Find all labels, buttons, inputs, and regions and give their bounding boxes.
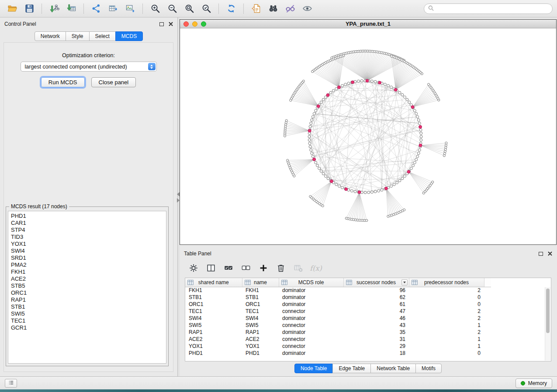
import-table-button[interactable] [63,2,79,16]
close-window-button[interactable] [183,21,189,27]
close-table-panel-icon[interactable] [548,251,552,256]
memory-button[interactable]: Memory [515,378,552,388]
zoom-fit-button[interactable] [181,2,197,16]
mcds-result-node[interactable]: STP4 [11,227,166,234]
plus-icon [259,263,268,273]
table-settings-button[interactable] [187,262,200,274]
table-row[interactable]: SWI4SWI4dominator462 [185,315,491,322]
table-cell: 2 [409,315,484,322]
column-header-shared-name[interactable]: shared name [185,278,242,287]
run-mcds-button[interactable]: Run MCDS [41,77,85,87]
search-input[interactable] [436,6,548,12]
zoom-out-button[interactable] [164,2,180,16]
network-graph[interactable] [180,28,556,244]
tab-style[interactable]: Style [66,31,90,41]
mcds-result-list[interactable]: PHD1CAR1STP4TID3YOX1SWI4SRD1PMA2FKH1ACE2… [8,211,166,364]
control-panel-header: Control Panel [0,17,177,28]
open-file-button[interactable] [4,2,20,16]
delete-column-button[interactable] [275,262,287,274]
tab-mcds[interactable]: MCDS [115,31,143,41]
table-row[interactable]: SWI5SWI5connector431 [185,322,491,329]
table-scrollbar-thumb[interactable] [546,289,550,333]
maximize-window-button[interactable] [201,21,206,27]
table-header-row: shared namenameMCDS rolesuccessor nodesp… [185,278,491,287]
export-network-button[interactable] [88,2,104,16]
column-header-MCDS-role[interactable]: MCDS role [279,278,343,287]
close-mcds-panel-button[interactable]: Close panel [91,77,136,87]
toggle-columns-button[interactable] [205,262,217,274]
mcds-result-node[interactable]: YOX1 [11,241,166,248]
float-table-panel-icon[interactable] [539,252,543,256]
table-row[interactable]: ACE2ACE2connector311 [185,336,491,343]
export-image-button[interactable] [122,2,138,16]
table-row[interactable]: FKH1FKH1dominator962 [185,287,491,294]
mcds-result-node[interactable]: TID3 [11,234,166,241]
mcds-result-node[interactable]: PMA2 [11,261,166,268]
show-all-button[interactable] [299,2,315,16]
save-session-button[interactable] [21,2,37,16]
table-tab-edge-table[interactable]: Edge Table [332,364,371,373]
zoom-in-button[interactable] [147,2,163,16]
table-tab-network-table[interactable]: Network Table [370,364,416,373]
delete-table-button[interactable] [292,262,304,274]
table-cell: dominator [279,315,343,322]
trash-icon [276,263,286,273]
table-cell: ACE2 [242,336,279,343]
export-table-button[interactable] [105,2,121,16]
network-canvas[interactable] [180,28,556,244]
desktop-wallpaper [0,389,557,392]
table-cell: 61 [343,301,409,308]
mcds-result-node[interactable]: PHD1 [11,213,166,220]
mcds-result-node[interactable]: ACE2 [11,275,166,282]
table-cell: 47 [343,308,409,315]
function-builder-button[interactable]: f(x) [310,262,322,274]
table-row[interactable]: TEC1TEC1connector472 [185,308,491,315]
network-window-titlebar[interactable]: YPA_prune.txt_1 [180,20,556,28]
criterion-dropdown[interactable]: largest connected component (undirected) [21,62,157,72]
import-network-button[interactable] [46,2,62,16]
mcds-result-node[interactable]: GCR1 [11,324,166,331]
mcds-result-node[interactable]: STB1 [11,303,166,310]
tab-network[interactable]: Network [35,31,66,41]
mcds-result-node[interactable]: FKH1 [11,268,166,275]
table-row[interactable]: YOX1YOX1connector291 [185,343,491,350]
mcds-result-node[interactable]: SWI5 [11,310,166,317]
table-row[interactable]: PHD1PHD1dominator180 [185,350,491,357]
mcds-result-node[interactable]: RAP1 [11,296,166,303]
select-all-rows-button[interactable] [222,262,235,274]
table-row[interactable]: STB1STB1dominator620 [185,294,491,301]
mcds-result-node[interactable]: TEC1 [11,317,166,324]
close-panel-icon[interactable] [169,22,173,26]
show-panels-button[interactable] [5,379,17,388]
export-document-button[interactable] [248,2,264,16]
find-button[interactable] [265,2,281,16]
mcds-result-node[interactable]: SWI4 [11,248,166,254]
column-header-name[interactable]: name [242,278,279,287]
table-row[interactable]: ORC1ORC1dominator610 [185,301,491,308]
add-column-button[interactable] [257,262,270,274]
table-tab-motifs[interactable]: Motifs [415,364,442,373]
mcds-result-node[interactable]: ORC1 [11,289,166,296]
table-scrollbar[interactable] [545,287,550,361]
column-header-predecessor-nodes[interactable]: predecessor nodes [409,278,484,287]
table-grid-icon [412,280,418,285]
table-tab-node-table[interactable]: Node Table [294,364,333,373]
mcds-result-node[interactable]: STB5 [11,282,166,289]
hide-selected-button[interactable] [282,2,298,16]
table-tabbar: Node TableEdge TableNetwork TableMotifs [180,364,557,373]
tab-select[interactable]: Select [89,31,116,41]
sort-menu-icon[interactable] [401,279,408,285]
mcds-result-node[interactable]: CAR1 [11,220,166,227]
float-panel-icon[interactable] [159,22,164,26]
control-panel-tabbar: NetworkStyleSelectMCDS [0,31,177,41]
minimize-window-button[interactable] [192,21,197,27]
deselect-all-rows-button[interactable] [240,262,252,274]
mcds-result-node[interactable]: SRD1 [11,254,166,261]
table-row[interactable]: RAP1RAP1dominator352 [185,329,491,336]
toolbar-separator [83,3,84,14]
column-header-successor-nodes[interactable]: successor nodes [343,278,409,287]
table-cell: 31 [343,336,409,343]
search-box[interactable] [424,3,553,14]
apply-layout-button[interactable] [223,2,239,16]
zoom-selected-button[interactable] [198,2,214,16]
